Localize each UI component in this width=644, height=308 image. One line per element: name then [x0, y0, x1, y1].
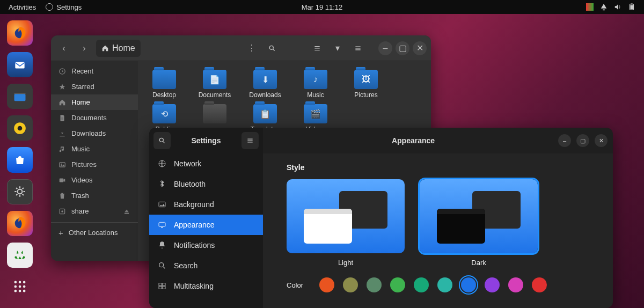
- settings-item-bluetooth[interactable]: Bluetooth: [149, 174, 263, 194]
- sidebar-item-home[interactable]: Home: [51, 94, 138, 110]
- settings-item-search[interactable]: Search: [149, 255, 263, 276]
- style-selector: LightDark: [287, 179, 589, 267]
- sidebar-item-documents[interactable]: Documents: [51, 110, 138, 126]
- settings-item-multitasking[interactable]: Multitasking: [149, 276, 263, 296]
- sidebar-item-music[interactable]: Music: [51, 141, 138, 157]
- style-preview: [420, 179, 538, 253]
- dock-rhythmbox[interactable]: [7, 115, 33, 141]
- settings-item-appearance[interactable]: Appearance: [149, 215, 263, 235]
- color-swatch[interactable]: [437, 277, 452, 292]
- search-button[interactable]: [264, 40, 281, 57]
- back-button[interactable]: ‹: [55, 40, 72, 57]
- svg-point-19: [23, 290, 26, 292]
- gear-icon: [13, 185, 27, 199]
- settings-menu-button[interactable]: [241, 132, 259, 149]
- settings-item-label: Search: [174, 261, 197, 270]
- pathbar[interactable]: Home: [96, 40, 141, 57]
- color-swatch[interactable]: [508, 277, 523, 292]
- close-button[interactable]: ✕: [413, 41, 427, 55]
- settings-item-background[interactable]: Background: [149, 194, 263, 215]
- settings-headerbar: Settings Appearance – ▢ ✕: [149, 128, 613, 153]
- sidebar-item-label: Recent: [71, 67, 93, 75]
- show-applications[interactable]: [7, 274, 33, 299]
- dock-firefox[interactable]: [7, 20, 33, 46]
- maximize-button[interactable]: ▢: [396, 41, 409, 55]
- svg-rect-35: [163, 287, 165, 289]
- style-option-dark[interactable]: Dark: [420, 179, 538, 267]
- style-name: Light: [338, 259, 353, 267]
- music-icon: [58, 145, 66, 153]
- grid-icon: [12, 279, 27, 294]
- top-bar: Activities Settings Mar 19 11:12: [0, 0, 644, 14]
- style-option-light[interactable]: Light: [287, 179, 405, 267]
- folder-documents[interactable]: 📄Documents: [194, 70, 236, 99]
- folder-downloads[interactable]: ⬇Downloads: [244, 70, 286, 99]
- sidebar-item-videos[interactable]: Videos: [51, 172, 138, 188]
- settings-item-network[interactable]: Network: [149, 153, 263, 174]
- view-dropdown[interactable]: ▾: [329, 40, 346, 57]
- color-swatch[interactable]: [390, 277, 405, 292]
- folder-desktop[interactable]: Desktop: [143, 70, 185, 99]
- path-label: Home: [112, 43, 135, 53]
- dock-trash[interactable]: [7, 243, 33, 268]
- svg-point-27: [159, 138, 163, 142]
- sidebar-other-locations[interactable]: +Other Locations: [51, 222, 138, 241]
- folder-icon: 🖼: [354, 70, 378, 89]
- color-swatch[interactable]: [414, 277, 429, 292]
- settings-sidebar: NetworkBluetoothBackgroundAppearanceNoti…: [149, 153, 263, 308]
- dock-thunderbird[interactable]: [7, 52, 33, 77]
- color-swatch[interactable]: [343, 277, 358, 292]
- sidebar-item-label: Other Locations: [69, 229, 118, 237]
- settings-page-title: Appearance: [268, 136, 558, 145]
- system-tray[interactable]: [586, 3, 644, 11]
- sidebar-item-recent[interactable]: Recent: [51, 63, 138, 79]
- dock-firefox-2[interactable]: [7, 211, 33, 236]
- svg-point-26: [61, 210, 63, 212]
- folder-pictures[interactable]: 🖼Pictures: [345, 70, 387, 99]
- folder-icon: ♪: [304, 70, 327, 89]
- dock-software[interactable]: [7, 147, 33, 172]
- folder-label: Downloads: [249, 91, 281, 99]
- folder-icon: [203, 104, 226, 123]
- maximize-button[interactable]: ▢: [576, 134, 589, 147]
- network-icon: [600, 3, 608, 11]
- app-menu[interactable]: Settings: [46, 3, 82, 11]
- sidebar-item-share[interactable]: share: [51, 203, 138, 219]
- hamburger-button[interactable]: [349, 40, 367, 57]
- svg-point-17: [14, 290, 17, 292]
- minimize-button[interactable]: –: [558, 134, 571, 147]
- sidebar-item-trash[interactable]: Trash: [51, 188, 138, 203]
- svg-rect-1: [631, 3, 633, 4]
- close-button[interactable]: ✕: [595, 134, 608, 147]
- home-icon: [58, 99, 66, 106]
- dock-settings[interactable]: [7, 179, 33, 204]
- dock: [4, 17, 35, 304]
- kebab-button[interactable]: ⋮: [243, 40, 260, 57]
- folder-music[interactable]: ♪Music: [295, 70, 336, 99]
- color-swatch[interactable]: [532, 277, 547, 292]
- thunderbird-icon: [13, 58, 27, 72]
- dock-files[interactable]: [7, 84, 33, 109]
- color-swatch[interactable]: [367, 277, 382, 292]
- sidebar-item-downloads[interactable]: Downloads: [51, 126, 138, 141]
- style-preview: [287, 179, 405, 253]
- svg-point-14: [14, 285, 17, 288]
- clock[interactable]: Mar 19 11:12: [302, 3, 343, 11]
- color-swatch[interactable]: [319, 277, 334, 292]
- search-icon: [158, 137, 166, 144]
- minimize-button[interactable]: –: [378, 41, 392, 55]
- activities-button[interactable]: Activities: [9, 3, 36, 11]
- color-label: Color: [287, 281, 303, 289]
- svg-point-18: [19, 290, 21, 292]
- color-swatch[interactable]: [485, 277, 500, 292]
- sidebar-item-pictures[interactable]: Pictures: [51, 157, 138, 172]
- folder-label: Documents: [199, 91, 231, 99]
- view-list-button[interactable]: [309, 40, 326, 57]
- forward-button[interactable]: ›: [76, 40, 93, 57]
- svg-rect-24: [60, 178, 64, 182]
- style-section-label: Style: [287, 163, 589, 172]
- color-swatch[interactable]: [461, 277, 476, 292]
- settings-search-button[interactable]: [153, 132, 171, 149]
- settings-item-notifications[interactable]: Notifications: [149, 235, 263, 255]
- sidebar-item-starred[interactable]: Starred: [51, 79, 138, 94]
